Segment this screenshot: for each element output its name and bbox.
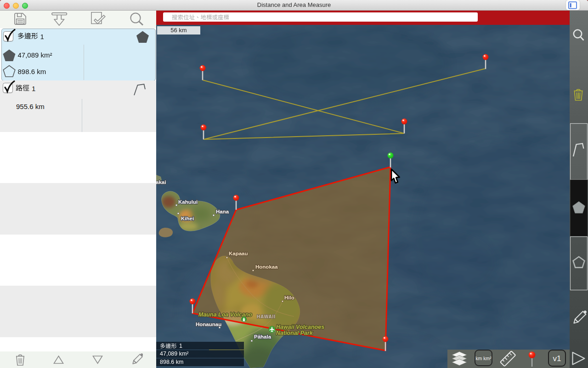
svg-text:Honaunau: Honaunau	[196, 322, 221, 327]
svg-text:akai: akai	[156, 179, 166, 185]
svg-text:Hana: Hana	[216, 209, 229, 214]
svg-text:Hawaii Volcanoes: Hawaii Volcanoes	[276, 324, 324, 330]
svg-text:Kapaau: Kapaau	[229, 251, 248, 256]
svg-text:National Park: National Park	[276, 330, 313, 336]
svg-text:Hilo: Hilo	[284, 295, 294, 300]
svg-text:Pāhala: Pāhala	[254, 334, 271, 339]
svg-text:Kahului: Kahului	[178, 199, 198, 205]
svg-text:Kihei: Kihei	[181, 216, 194, 221]
svg-text:HAWAII: HAWAII	[257, 314, 276, 319]
svg-text:Honokaa: Honokaa	[255, 264, 278, 270]
